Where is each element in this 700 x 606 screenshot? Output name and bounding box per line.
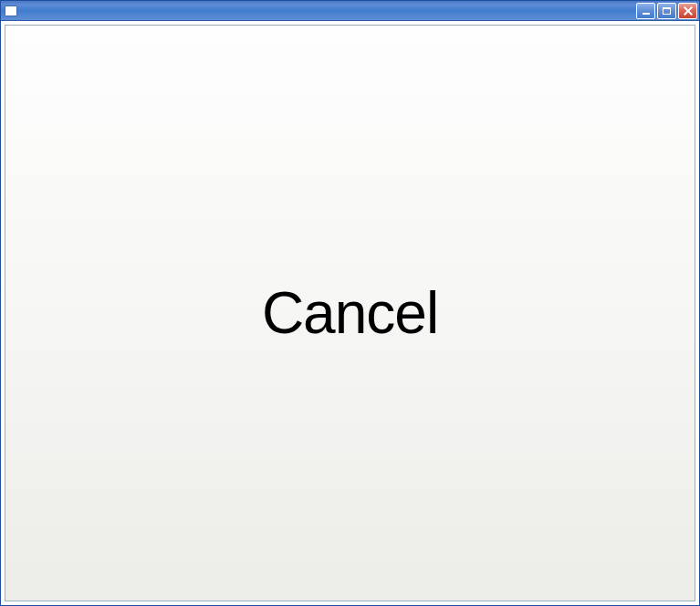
maximize-icon [663,7,671,15]
titlebar-left [5,5,21,16]
client-area: Cancel [5,25,695,601]
window-controls [636,3,697,19]
close-icon [684,6,693,16]
minimize-button[interactable] [636,3,655,19]
maximize-button[interactable] [657,3,676,19]
minimize-icon [643,13,650,15]
app-icon [5,5,17,16]
titlebar[interactable] [1,1,699,21]
window-frame: Cancel [0,0,700,606]
cancel-button[interactable]: Cancel [262,279,438,347]
close-button[interactable] [678,3,697,19]
